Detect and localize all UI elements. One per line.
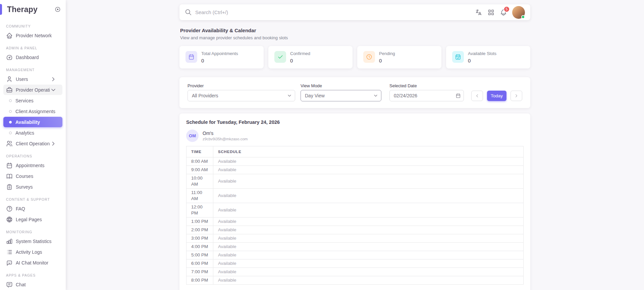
sidebar-pin-button[interactable] [54,6,61,13]
provider-name: Om's [203,131,248,136]
sidebar-item-chat[interactable]: Chat [3,279,62,290]
nav-section-management: MANAGEMENT [6,68,61,72]
help-circle-icon [6,205,13,212]
stat-label: Total Appointments [201,51,238,56]
user-icon [6,76,13,83]
chevron-down-icon [50,87,57,93]
table-row: 4:00 PMAvailable [186,243,524,251]
date-nav-buttons: Today [471,91,522,101]
check-icon [274,51,286,63]
selected-date-field: Selected Date [389,83,464,101]
sidebar-item-ai-chat-monitor[interactable]: AI Chat Monitor [3,257,62,268]
bullet-circle-icon [9,132,12,134]
time-cell: 12:00 PM [186,203,213,218]
sidebar-item-label: Provider Network [16,33,52,38]
page-title: Provider Availability & Calendar [180,28,530,33]
today-button[interactable]: Today [487,91,506,101]
sidebar-item-client-operations[interactable]: Client Operations [3,138,62,149]
sidebar-subitem-analytics[interactable]: Analytics [3,128,62,138]
sidebar-subitem-availability[interactable]: Availability [3,117,62,127]
sidebar-item-label: System Statistics [16,239,52,244]
sidebar-item-provider-operations[interactable]: Provider Operations [3,85,62,95]
view-mode-select[interactable]: Day View [301,90,381,101]
sidebar-item-label: Client Operations [16,141,50,146]
time-cell: 8:00 AM [186,157,213,166]
dashboard-icon [6,54,13,61]
clipboard-icon [6,184,13,190]
app-logo[interactable]: Therapy [7,5,54,14]
stat-card-confirmed: Confirmed 0 [268,46,353,68]
sidebar-item-label: Legal Pages [16,217,42,222]
slot-cell: Available [213,268,524,276]
sidebar-item-label: Availability [15,119,40,125]
sidebar-item-users[interactable]: Users [3,74,62,84]
main-area: 5 Provider Availability & Calendar View … [66,0,644,290]
provider-field: Provider All Providers [187,83,295,101]
nav-section-monitoring: MONITORING [6,230,61,234]
provider-row: OM Om's z9cbv9i35h@mkzaso.com [186,130,524,142]
table-row: 5:00 PMAvailable [186,251,524,259]
stat-label: Available Slots [468,51,496,56]
table-row: 11:00 AMAvailable [186,189,524,203]
table-row: 8:00 PMAvailable [186,276,524,285]
time-cell: 7:00 PM [186,268,213,276]
search-input[interactable] [195,9,475,15]
stat-card-available-slots: Available Slots 0 [446,46,530,68]
next-day-button[interactable] [511,91,522,101]
time-cell: 5:00 PM [186,251,213,259]
bullet-circle-icon [9,121,12,124]
date-input[interactable] [389,90,464,101]
time-column-header: Time [186,146,213,157]
sidebar-item-activity-logs[interactable]: Activity Logs [3,247,62,257]
nav-section-content-support: CONTENT & SUPPORT [6,197,61,202]
list-icon [6,249,13,255]
logo-mark [0,4,2,15]
slot-cell: Available [213,203,524,218]
calendar-icon [6,162,13,169]
shortcuts-button[interactable] [487,9,495,16]
sidebar-subitem-services[interactable]: Services [3,95,62,106]
clock-icon [363,51,375,63]
sidebar-item-system-statistics[interactable]: System Statistics [3,236,62,246]
time-cell: 9:00 AM [186,166,213,174]
sidebar-item-surveys[interactable]: Surveys [3,182,62,192]
schedule-card: Schedule for Tuesday, February 24, 2026 … [179,113,530,290]
sidebar-subitem-client-assignments[interactable]: Client Assignments [3,106,62,116]
table-row: 8:00 AMAvailable [186,157,524,166]
time-cell: 6:00 PM [186,259,213,268]
schedule-column-header: Schedule [213,146,524,157]
table-row: 3:00 PMAvailable [186,234,524,243]
language-button[interactable] [475,9,482,16]
notifications-button[interactable]: 5 [500,9,507,16]
briefcase-icon [6,87,13,93]
view-mode-field: View Mode Day View [301,83,381,101]
table-header-row: Time Schedule [186,146,524,157]
sidebar-item-appointments[interactable]: Appointments [3,160,62,171]
table-row: 7:00 PMAvailable [186,268,524,276]
circle-dot-icon [54,6,61,13]
slot-cell: Available [213,218,524,226]
sidebar-item-courses[interactable]: Courses [3,171,62,181]
chevron-right-icon [514,93,519,98]
provider-select[interactable]: All Providers [187,90,295,101]
sidebar-nav: COMMUNITY Provider Network ADMIN & PANEL… [0,24,66,290]
provider-email: z9cbv9i35h@mkzaso.com [203,137,248,141]
previous-day-button[interactable] [471,91,483,101]
stat-value: 0 [201,58,238,63]
topbar-icons: 5 [475,6,525,19]
sidebar-item-faq[interactable]: FAQ [3,203,62,214]
sidebar-item-provider-network[interactable]: Provider Network [3,30,62,41]
slot-cell: Available [213,166,524,174]
stat-card-total-appointments: Total Appointments 0 [179,46,264,68]
sidebar-header: Therapy [0,0,66,19]
chatbot-icon [6,259,13,266]
table-row: 6:00 PMAvailable [186,259,524,268]
user-avatar[interactable] [512,6,525,19]
chevron-right-icon [50,140,57,147]
sidebar-item-label: Surveys [16,184,33,190]
sidebar-item-dashboard[interactable]: Dashboard [3,52,62,62]
slot-cell: Available [213,189,524,203]
sidebar-item-label: Dashboard [16,55,39,60]
sidebar-item-legal-pages[interactable]: Legal Pages [3,214,62,225]
page-head: Provider Availability & Calendar View an… [180,28,530,40]
